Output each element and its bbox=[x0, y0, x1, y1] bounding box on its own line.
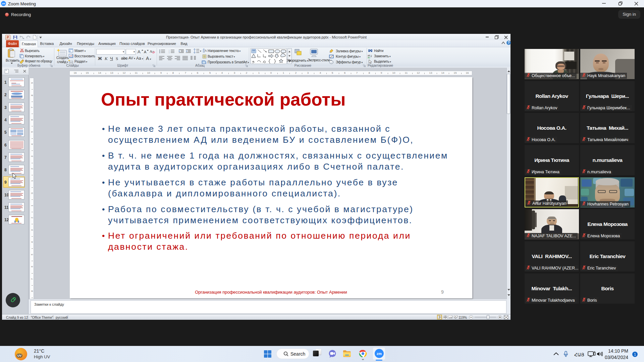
svg-text:А: А bbox=[138, 49, 141, 54]
svg-text:zm: zm bbox=[377, 352, 382, 356]
svg-text:А: А bbox=[144, 50, 147, 54]
svg-text:ac: ac bbox=[368, 56, 370, 58]
svg-text:A: A bbox=[205, 49, 207, 52]
svg-text:3: 3 bbox=[169, 52, 170, 53]
